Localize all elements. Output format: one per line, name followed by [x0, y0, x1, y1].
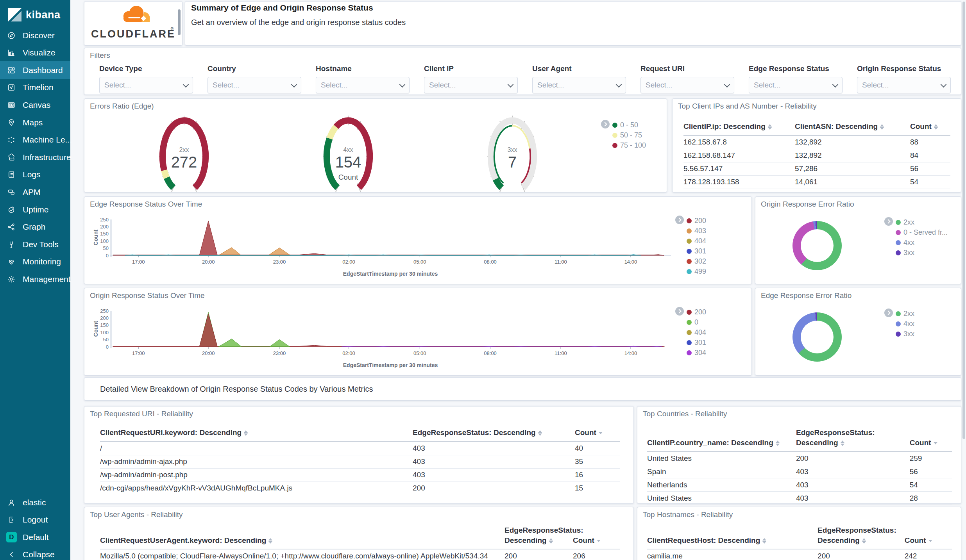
legend-item-301[interactable]: 301: [687, 246, 706, 256]
legend-toggle-icon[interactable]: [675, 307, 684, 316]
legend-item-2xx[interactable]: 2xx: [896, 309, 914, 319]
panel-scrollbar[interactable]: [178, 9, 181, 35]
legend-dot: [687, 310, 692, 315]
legend-item-0[interactable]: 0: [687, 317, 706, 327]
column-header[interactable]: Count: [910, 425, 952, 451]
legend-item-301[interactable]: 301: [687, 337, 706, 348]
table-cell: camilia.me: [647, 549, 818, 560]
filter-select-device-type[interactable]: Select...: [99, 77, 193, 93]
sidebar-item-management[interactable]: Management: [0, 270, 70, 288]
column-header[interactable]: ClientRequestHost: Descending: [647, 523, 818, 549]
legend-item-3xx[interactable]: 3xx: [896, 329, 914, 339]
filter-select-request-uri[interactable]: Select...: [640, 77, 734, 93]
legend-item-304[interactable]: 304: [687, 348, 706, 358]
filter-select-origin-response-status[interactable]: Select...: [857, 77, 951, 93]
legend-item-499[interactable]: 499: [687, 266, 706, 276]
sidebar-item-elastic[interactable]: elastic: [0, 494, 70, 511]
sidebar-item-discover[interactable]: Discover: [0, 27, 70, 44]
column-header[interactable]: ClientRequestURI.keyword: Descending: [100, 425, 413, 442]
column-header[interactable]: ClientIP.country_name: Descending: [647, 425, 796, 451]
dashboard-icon: [7, 66, 16, 75]
chevron-down-icon: [616, 81, 622, 87]
legend-item-2xx[interactable]: 2xx: [896, 217, 948, 227]
markdown-panel: Detailed View Breakdown of Origin Respon…: [84, 377, 961, 401]
table-cell: 162.158.67.8: [683, 136, 795, 149]
cloudflare-brand-text: CLOUDFLARE: [84, 28, 182, 40]
sidebar-item-default[interactable]: DDefault: [0, 528, 70, 546]
legend-item-75-100[interactable]: 75 - 100: [612, 140, 646, 150]
legend-item-0-served-fr[interactable]: 0 - Served fr...: [896, 227, 948, 237]
legend-item-200[interactable]: 200: [687, 307, 706, 317]
legend-toggle-icon[interactable]: [601, 120, 610, 128]
filter-select-edge-response-status[interactable]: Select...: [749, 77, 843, 93]
sort-desc-icon: [934, 442, 937, 444]
svg-text:100: 100: [100, 330, 109, 335]
timelion-icon: [7, 83, 16, 92]
legend-item-403[interactable]: 403: [687, 226, 706, 236]
sidebar-item-visualize[interactable]: Visualize: [0, 44, 70, 62]
legend-dot: [687, 259, 692, 264]
column-header[interactable]: Count: [905, 523, 952, 549]
table-cell: 132,892: [795, 136, 910, 149]
time-series-plot: 05010015020025017:0020:0023:0002:0005:00…: [84, 197, 751, 284]
legend-toggle-icon[interactable]: [884, 309, 893, 317]
sidebar-item-uptime[interactable]: Uptime: [0, 201, 70, 218]
column-header[interactable]: Count: [910, 119, 950, 136]
sidebar-item-machine-le[interactable]: Machine Le...: [0, 131, 70, 149]
column-header[interactable]: Count: [575, 425, 620, 442]
column-header[interactable]: ClientRequestUserAgent.keyword: Descendi…: [100, 523, 504, 549]
legend-toggle-icon[interactable]: [884, 217, 893, 226]
legend-item-404[interactable]: 404: [687, 236, 706, 246]
column-header[interactable]: ClientIP.ip: Descending: [683, 119, 795, 136]
legend-item-4xx[interactable]: 4xx: [896, 319, 914, 329]
page-scrollbar[interactable]: [962, 2, 965, 439]
select-placeholder: Select...: [213, 81, 240, 89]
column-header[interactable]: ClientASN: Descending: [795, 119, 910, 136]
kibana-logo[interactable]: kibana: [0, 0, 70, 30]
sidebar-item-graph[interactable]: Graph: [0, 218, 70, 236]
legend-item-3xx[interactable]: 3xx: [896, 248, 948, 258]
table-cell: 178.128.193.158: [683, 175, 795, 189]
panel-title: Top Countries - Reliability: [643, 410, 727, 418]
sidebar-item-label: Discover: [23, 31, 55, 40]
chart-legend: 2000404301304: [675, 307, 706, 358]
sidebar-item-dashboard[interactable]: Dashboard: [0, 61, 70, 79]
edge-error-ratio-donut: 2xx4xx3xx: [755, 288, 961, 375]
column-header[interactable]: EdgeResponseStatus: Descending: [818, 523, 905, 549]
column-header[interactable]: EdgeResponseStatus: Descending: [413, 425, 575, 442]
filter-select-country[interactable]: Select...: [208, 77, 301, 93]
legend-item-404[interactable]: 404: [687, 327, 706, 337]
legend-item-4xx[interactable]: 4xx: [896, 237, 948, 248]
sidebar-item-infrastructure[interactable]: Infrastructure: [0, 148, 70, 166]
sidebar-item-logs[interactable]: Logs: [0, 166, 70, 184]
panel-title: Top User Agents - Reliability: [90, 510, 183, 519]
sidebar-item-monitoring[interactable]: Monitoring: [0, 253, 70, 271]
sidebar-item-collapse[interactable]: Collapse: [0, 546, 70, 560]
table-cell: 403: [413, 455, 575, 468]
space-default-badge: D: [6, 532, 17, 542]
sidebar-item-timelion[interactable]: Timelion: [0, 79, 70, 96]
top-countries-panel: Top Countries - Reliability ClientIP.cou…: [637, 406, 961, 504]
legend-item-50-75[interactable]: 50 - 75: [612, 130, 646, 140]
sidebar-item-dev-tools[interactable]: Dev Tools: [0, 235, 70, 253]
legend-item-200[interactable]: 200: [687, 216, 706, 226]
sidebar-item-label: Visualize: [23, 48, 55, 57]
table-cell: 132,892: [795, 149, 910, 162]
legend-item-302[interactable]: 302: [687, 256, 706, 266]
column-header[interactable]: EdgeResponseStatus: Descending: [796, 425, 910, 451]
svg-text:23:00: 23:00: [273, 259, 286, 265]
filter-select-hostname[interactable]: Select...: [316, 77, 410, 93]
legend-item-0-50[interactable]: 0 - 50: [612, 120, 646, 130]
sidebar-item-logout[interactable]: Logout: [0, 511, 70, 529]
legend-toggle-icon[interactable]: [675, 216, 684, 224]
filter-select-user-agent[interactable]: Select...: [532, 77, 626, 93]
sidebar-item-maps[interactable]: Maps: [0, 114, 70, 131]
filter-origin-response-status: Origin Response Status Select...: [857, 64, 951, 93]
sidebar-item-apm[interactable]: APM: [0, 183, 70, 201]
column-header[interactable]: EdgeResponseStatus: Descending: [504, 523, 573, 549]
sort-icon: [762, 538, 766, 544]
panel-title: Top Client IPs and AS Number - Reliabili…: [678, 102, 817, 111]
legend-dot: [896, 321, 901, 326]
filter-select-client-ip[interactable]: Select...: [424, 77, 518, 93]
sidebar-item-canvas[interactable]: Canvas: [0, 96, 70, 114]
